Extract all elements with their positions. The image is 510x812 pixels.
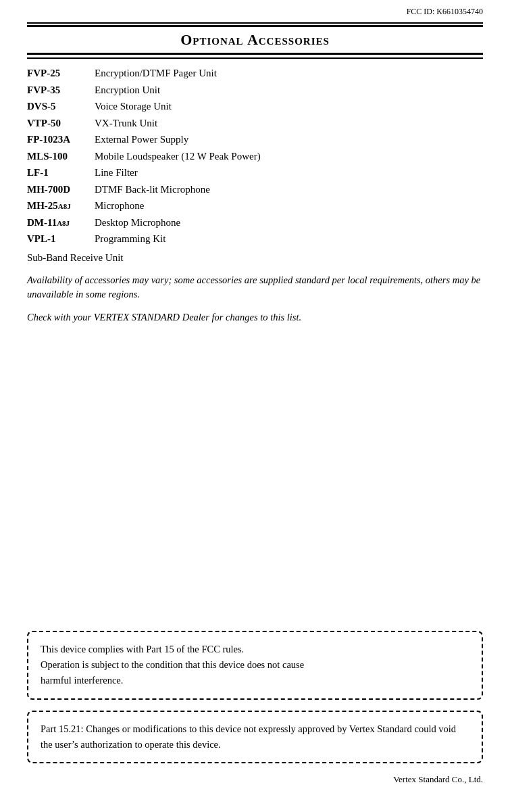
table-row: FVP-35 Encryption Unit: [27, 82, 483, 98]
model-label: FVP-35: [27, 82, 95, 98]
top-border: [27, 22, 483, 24]
table-row: DM-11A8J Desktop Microphone: [27, 215, 483, 231]
fcc-compliance-text: This device complies with Part 15 of the…: [41, 644, 244, 654]
page-title: Optional Accessories: [27, 31, 483, 49]
model-label: FVP-25: [27, 66, 95, 81]
model-description: Programming Kit: [95, 231, 165, 247]
model-description: Microphone: [95, 198, 144, 214]
fcc-compliance-text2: Operation is subject to the condition th…: [41, 659, 304, 670]
table-row: LF-1 Line Filter: [27, 165, 483, 181]
bottom-section: This device complies with Part 15 of the…: [27, 631, 483, 785]
model-description: Desktop Microphone: [95, 215, 180, 231]
model-label: VTP-50: [27, 116, 95, 131]
table-row: MH-25A8J Microphone: [27, 198, 483, 214]
fcc-part15-text: Part 15.21: Changes or modifications to …: [41, 723, 456, 750]
title-section: Optional Accessories: [27, 25, 483, 55]
model-description: VX-Trunk Unit: [95, 116, 157, 131]
page-container: FCC ID: K6610354740 Optional Accessories…: [0, 0, 510, 812]
model-sub: A8J: [58, 202, 71, 210]
model-label: MH-25A8J: [27, 198, 95, 214]
availability-note: Availability of accessories may vary; so…: [27, 273, 483, 303]
model-label: FP-1023A: [27, 132, 95, 147]
model-sub: A8J: [57, 219, 70, 227]
fcc-id-label: FCC ID: K6610354740: [27, 7, 483, 17]
model-label: LF-1: [27, 165, 95, 181]
fcc-compliance-text3: harmful interference.: [41, 675, 123, 686]
model-description: Line Filter: [95, 165, 138, 181]
table-row: MLS-100 Mobile Loudspeaker (12 W Peak Po…: [27, 149, 483, 164]
model-description: External Power Supply: [95, 132, 188, 147]
accessories-table: FVP-25 Encryption/DTMF Pager Unit FVP-35…: [27, 66, 483, 247]
model-description: Mobile Loudspeaker (12 W Peak Power): [95, 149, 261, 164]
table-row: MH-700D DTMF Back-lit Microphone: [27, 182, 483, 197]
check-note: Check with your VERTEX STANDARD Dealer f…: [27, 310, 483, 325]
model-label: DM-11A8J: [27, 215, 95, 231]
model-label: VPL-1: [27, 231, 95, 247]
table-row: FVP-25 Encryption/DTMF Pager Unit: [27, 66, 483, 81]
bottom-title-border: [27, 57, 483, 59]
model-description: Encryption/DTMF Pager Unit: [95, 66, 217, 81]
model-description: Voice Storage Unit: [95, 99, 172, 114]
table-row: VPL-1 Programming Kit: [27, 231, 483, 247]
model-description: Encryption Unit: [95, 82, 160, 98]
model-label: MH-700D: [27, 182, 95, 197]
table-row: VTP-50 VX-Trunk Unit: [27, 116, 483, 131]
footer-company: Vertex Standard Co., Ltd.: [27, 774, 483, 785]
table-row: DVS-5 Voice Storage Unit: [27, 99, 483, 114]
model-label: DVS-5: [27, 99, 95, 114]
fcc-part15-box: Part 15.21: Changes or modifications to …: [27, 711, 483, 763]
fcc-compliance-box: This device complies with Part 15 of the…: [27, 631, 483, 700]
model-description: DTMF Back-lit Microphone: [95, 182, 210, 197]
table-row: FP-1023A External Power Supply: [27, 132, 483, 147]
title-text: Optional Accessories: [180, 31, 330, 48]
model-label: MLS-100: [27, 149, 95, 164]
sub-band-text: Sub-Band Receive Unit: [27, 252, 483, 264]
